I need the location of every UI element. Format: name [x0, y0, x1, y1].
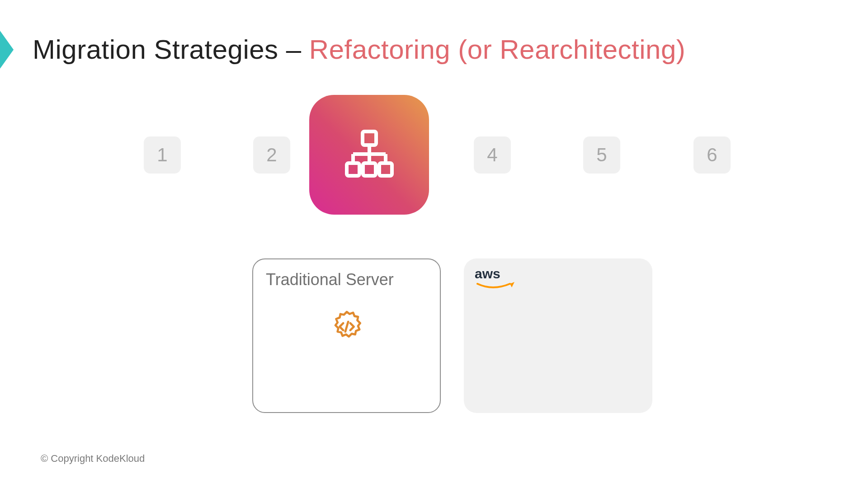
- step-4-label: 4: [487, 144, 497, 166]
- panel-traditional-server: Traditional Server: [252, 258, 441, 413]
- slide-root: Migration Strategies – Refactoring (or R…: [0, 0, 868, 488]
- corner-arrow-icon: [0, 18, 22, 81]
- aws-logo: aws: [475, 266, 518, 294]
- svg-line-10: [345, 322, 348, 332]
- page-title-main: Migration Strategies –: [33, 34, 309, 65]
- svg-rect-1: [363, 131, 376, 145]
- step-6-label: 6: [707, 144, 717, 166]
- step-2: 2: [253, 136, 290, 174]
- svg-text:aws: aws: [475, 266, 500, 281]
- step-3-active: [309, 95, 429, 215]
- svg-rect-3: [363, 163, 376, 176]
- page-title: Migration Strategies – Refactoring (or R…: [33, 34, 685, 65]
- step-5: 5: [583, 136, 620, 174]
- svg-marker-12: [510, 282, 514, 287]
- copyright: © Copyright KodeKloud: [41, 453, 145, 465]
- step-5-label: 5: [596, 144, 607, 166]
- step-1: 1: [144, 136, 181, 174]
- page-title-highlight: Refactoring (or Rearchitecting): [309, 34, 686, 65]
- step-1-label: 1: [157, 144, 167, 166]
- svg-marker-0: [0, 18, 14, 81]
- step-4: 4: [474, 136, 511, 174]
- steps-row: 1 2 4: [27, 95, 841, 215]
- step-2-label: 2: [266, 144, 277, 166]
- panel-aws: aws: [464, 258, 652, 413]
- code-gear-icon: [329, 309, 364, 346]
- panel-traditional-title: Traditional Server: [266, 270, 427, 289]
- step-6: 6: [693, 136, 731, 174]
- panels-row: Traditional Server aws: [0, 258, 868, 414]
- svg-rect-4: [379, 163, 392, 176]
- hierarchy-icon: [342, 127, 396, 183]
- svg-rect-2: [347, 163, 359, 176]
